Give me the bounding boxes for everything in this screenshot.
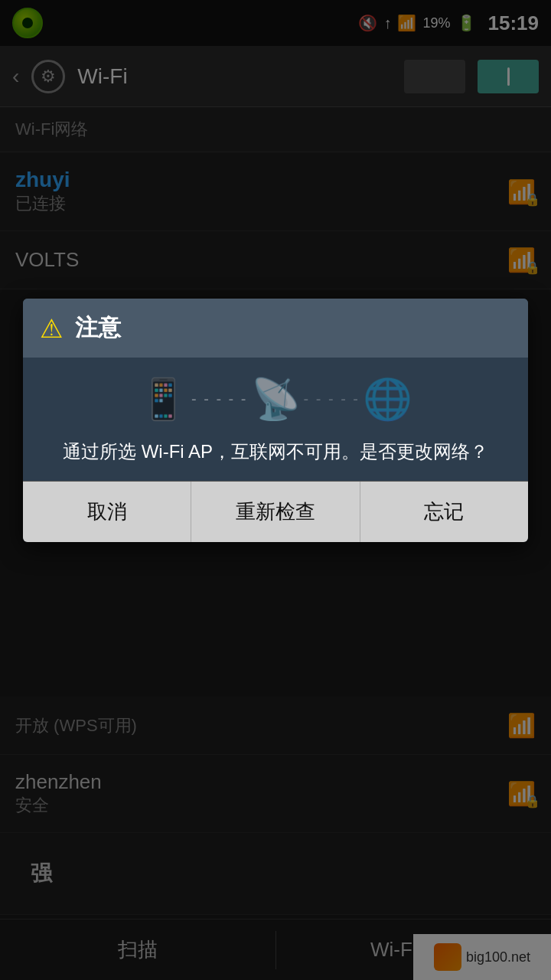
warning-icon: ⚠ bbox=[40, 313, 63, 344]
router-graphic-icon: 📡 bbox=[251, 376, 301, 423]
dialog-graphic: 📱 - - - - - 📡 - - - - - 🌐 bbox=[41, 376, 510, 423]
dots2-graphic: - - - - - bbox=[304, 390, 360, 408]
globe-graphic-icon: 🌐 bbox=[363, 376, 412, 423]
dialog-title: 注意 bbox=[75, 312, 121, 344]
dialog-message: 通过所选 Wi-Fi AP，互联网不可用。是否更改网络？ bbox=[41, 438, 510, 466]
notice-dialog: ⚠ 注意 📱 - - - - - 📡 - - - - - 🌐 通过所选 Wi-F… bbox=[23, 299, 528, 542]
dialog-body: 📱 - - - - - 📡 - - - - - 🌐 通过所选 Wi-Fi AP，… bbox=[23, 358, 528, 481]
dots1-graphic: - - - - - bbox=[191, 390, 248, 408]
forget-button[interactable]: 忘记 bbox=[360, 482, 528, 542]
phone-graphic-icon: 📱 bbox=[139, 376, 188, 423]
cancel-button[interactable]: 取消 bbox=[23, 482, 191, 542]
dialog-buttons: 取消 重新检查 忘记 bbox=[23, 481, 528, 542]
dialog-title-bar: ⚠ 注意 bbox=[23, 299, 528, 358]
recheck-button[interactable]: 重新检查 bbox=[191, 482, 360, 542]
